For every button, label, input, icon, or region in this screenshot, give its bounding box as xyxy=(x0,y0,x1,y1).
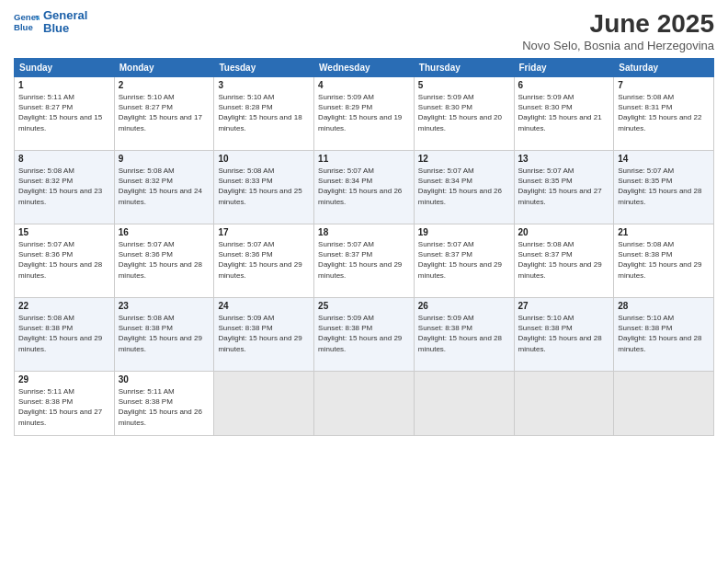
calendar-cell: 22Sunrise: 5:08 AMSunset: 8:38 PMDayligh… xyxy=(15,298,115,372)
day-info: Sunrise: 5:11 AMSunset: 8:27 PMDaylight:… xyxy=(18,92,110,133)
weekday-wednesday: Wednesday xyxy=(314,59,415,77)
day-info: Sunrise: 5:08 AMSunset: 8:31 PMDaylight:… xyxy=(618,92,710,133)
day-info: Sunrise: 5:11 AMSunset: 8:38 PMDaylight:… xyxy=(119,386,210,428)
calendar-cell xyxy=(514,372,614,436)
calendar-cell: 18Sunrise: 5:07 AMSunset: 8:37 PMDayligh… xyxy=(314,224,415,298)
calendar-cell: 26Sunrise: 5:09 AMSunset: 8:38 PMDayligh… xyxy=(414,298,514,372)
day-number: 10 xyxy=(218,154,310,164)
day-info: Sunrise: 5:09 AMSunset: 8:30 PMDaylight:… xyxy=(418,92,510,133)
logo-icon: General Blue xyxy=(14,9,40,35)
day-info: Sunrise: 5:07 AMSunset: 8:36 PMDaylight:… xyxy=(218,239,310,281)
header: General Blue General Blue June 2025 Novo… xyxy=(14,9,714,52)
day-info: Sunrise: 5:09 AMSunset: 8:38 PMDaylight:… xyxy=(318,313,410,354)
calendar-cell: 3Sunrise: 5:10 AMSunset: 8:28 PMDaylight… xyxy=(214,77,314,151)
calendar-cell: 5Sunrise: 5:09 AMSunset: 8:30 PMDaylight… xyxy=(414,77,514,151)
calendar-cell: 29Sunrise: 5:11 AMSunset: 8:38 PMDayligh… xyxy=(15,372,115,436)
calendar-cell: 11Sunrise: 5:07 AMSunset: 8:34 PMDayligh… xyxy=(314,151,415,224)
day-number: 20 xyxy=(518,227,610,237)
day-info: Sunrise: 5:07 AMSunset: 8:34 PMDaylight:… xyxy=(318,166,410,207)
day-info: Sunrise: 5:07 AMSunset: 8:35 PMDaylight:… xyxy=(518,166,610,207)
calendar-cell: 27Sunrise: 5:10 AMSunset: 8:38 PMDayligh… xyxy=(514,298,614,372)
day-info: Sunrise: 5:09 AMSunset: 8:29 PMDaylight:… xyxy=(318,92,410,133)
calendar-cell xyxy=(414,372,514,436)
calendar-cell: 14Sunrise: 5:07 AMSunset: 8:35 PMDayligh… xyxy=(614,151,714,224)
day-number: 5 xyxy=(418,80,510,90)
day-info: Sunrise: 5:07 AMSunset: 8:36 PMDaylight:… xyxy=(119,239,210,281)
day-number: 26 xyxy=(418,301,510,311)
day-info: Sunrise: 5:10 AMSunset: 8:38 PMDaylight:… xyxy=(618,313,710,354)
svg-text:Blue: Blue xyxy=(14,22,33,32)
calendar-cell: 2Sunrise: 5:10 AMSunset: 8:27 PMDaylight… xyxy=(114,77,214,151)
calendar-cell xyxy=(614,372,714,436)
day-info: Sunrise: 5:08 AMSunset: 8:37 PMDaylight:… xyxy=(518,239,610,281)
day-info: Sunrise: 5:08 AMSunset: 8:38 PMDaylight:… xyxy=(119,313,210,354)
day-number: 24 xyxy=(218,301,310,311)
weekday-sunday: Sunday xyxy=(15,59,115,77)
day-number: 6 xyxy=(518,80,610,90)
calendar-cell: 12Sunrise: 5:07 AMSunset: 8:34 PMDayligh… xyxy=(414,151,514,224)
day-info: Sunrise: 5:07 AMSunset: 8:36 PMDaylight:… xyxy=(18,239,110,281)
title-area: June 2025 Novo Selo, Bosnia and Herzegov… xyxy=(522,9,714,52)
day-info: Sunrise: 5:08 AMSunset: 8:38 PMDaylight:… xyxy=(618,239,710,281)
day-info: Sunrise: 5:09 AMSunset: 8:38 PMDaylight:… xyxy=(418,313,510,354)
weekday-friday: Friday xyxy=(514,59,614,77)
day-number: 11 xyxy=(318,154,410,164)
weekday-saturday: Saturday xyxy=(614,59,714,77)
day-number: 28 xyxy=(618,301,710,311)
calendar-cell: 6Sunrise: 5:09 AMSunset: 8:30 PMDaylight… xyxy=(514,77,614,151)
calendar-cell: 20Sunrise: 5:08 AMSunset: 8:37 PMDayligh… xyxy=(514,224,614,298)
calendar-cell: 8Sunrise: 5:08 AMSunset: 8:32 PMDaylight… xyxy=(15,151,115,224)
day-number: 4 xyxy=(318,80,410,90)
day-number: 17 xyxy=(218,227,310,237)
day-info: Sunrise: 5:10 AMSunset: 8:38 PMDaylight:… xyxy=(518,313,610,354)
day-number: 21 xyxy=(618,227,710,237)
day-number: 15 xyxy=(18,227,110,237)
day-number: 18 xyxy=(318,227,410,237)
weekday-tuesday: Tuesday xyxy=(214,59,314,77)
calendar-page: General Blue General Blue June 2025 Novo… xyxy=(0,0,728,563)
day-number: 8 xyxy=(18,154,110,164)
day-number: 22 xyxy=(18,301,110,311)
day-number: 29 xyxy=(18,374,110,385)
day-info: Sunrise: 5:07 AMSunset: 8:37 PMDaylight:… xyxy=(318,239,410,281)
calendar-cell: 16Sunrise: 5:07 AMSunset: 8:36 PMDayligh… xyxy=(114,224,214,298)
calendar-cell: 1Sunrise: 5:11 AMSunset: 8:27 PMDaylight… xyxy=(15,77,115,151)
calendar-cell: 28Sunrise: 5:10 AMSunset: 8:38 PMDayligh… xyxy=(614,298,714,372)
day-info: Sunrise: 5:08 AMSunset: 8:32 PMDaylight:… xyxy=(119,166,210,207)
calendar-cell: 30Sunrise: 5:11 AMSunset: 8:38 PMDayligh… xyxy=(114,372,214,436)
day-info: Sunrise: 5:08 AMSunset: 8:38 PMDaylight:… xyxy=(18,313,110,354)
day-number: 9 xyxy=(119,154,210,164)
calendar-cell: 10Sunrise: 5:08 AMSunset: 8:33 PMDayligh… xyxy=(214,151,314,224)
weekday-thursday: Thursday xyxy=(414,59,514,77)
day-info: Sunrise: 5:10 AMSunset: 8:27 PMDaylight:… xyxy=(119,92,210,133)
logo-blue: Blue xyxy=(43,22,87,35)
calendar-cell xyxy=(214,372,314,436)
calendar-cell: 17Sunrise: 5:07 AMSunset: 8:36 PMDayligh… xyxy=(214,224,314,298)
calendar-cell: 19Sunrise: 5:07 AMSunset: 8:37 PMDayligh… xyxy=(414,224,514,298)
calendar-table: SundayMondayTuesdayWednesdayThursdayFrid… xyxy=(14,58,714,436)
calendar-cell: 4Sunrise: 5:09 AMSunset: 8:29 PMDaylight… xyxy=(314,77,415,151)
day-number: 14 xyxy=(618,154,710,164)
calendar-cell: 24Sunrise: 5:09 AMSunset: 8:38 PMDayligh… xyxy=(214,298,314,372)
day-number: 12 xyxy=(418,154,510,164)
day-number: 27 xyxy=(518,301,610,311)
day-number: 23 xyxy=(119,301,210,311)
day-info: Sunrise: 5:08 AMSunset: 8:33 PMDaylight:… xyxy=(218,166,310,207)
day-info: Sunrise: 5:11 AMSunset: 8:38 PMDaylight:… xyxy=(18,386,110,428)
day-number: 19 xyxy=(418,227,510,237)
day-info: Sunrise: 5:09 AMSunset: 8:30 PMDaylight:… xyxy=(518,92,610,133)
day-number: 7 xyxy=(618,80,710,90)
day-number: 30 xyxy=(119,374,210,385)
day-info: Sunrise: 5:07 AMSunset: 8:35 PMDaylight:… xyxy=(618,166,710,207)
month-title: June 2025 xyxy=(522,9,714,39)
day-info: Sunrise: 5:07 AMSunset: 8:34 PMDaylight:… xyxy=(418,166,510,207)
calendar-cell: 15Sunrise: 5:07 AMSunset: 8:36 PMDayligh… xyxy=(15,224,115,298)
day-info: Sunrise: 5:10 AMSunset: 8:28 PMDaylight:… xyxy=(218,92,310,133)
calendar-cell xyxy=(314,372,415,436)
weekday-header-row: SundayMondayTuesdayWednesdayThursdayFrid… xyxy=(15,59,714,77)
calendar-cell: 23Sunrise: 5:08 AMSunset: 8:38 PMDayligh… xyxy=(114,298,214,372)
calendar-cell: 25Sunrise: 5:09 AMSunset: 8:38 PMDayligh… xyxy=(314,298,415,372)
logo: General Blue General Blue xyxy=(14,9,87,36)
calendar-cell: 13Sunrise: 5:07 AMSunset: 8:35 PMDayligh… xyxy=(514,151,614,224)
logo-general: General xyxy=(43,9,87,22)
